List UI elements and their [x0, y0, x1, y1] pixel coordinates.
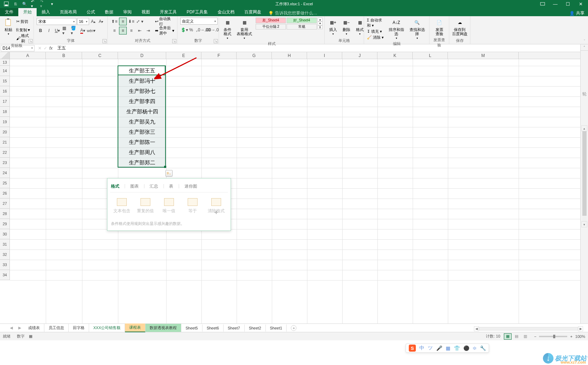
- invoice-button[interactable]: 📄发票 查验: [432, 18, 446, 37]
- ime-btn-3[interactable]: ▦: [446, 345, 450, 351]
- merge-button[interactable]: ⬌ 合并后居中 ▾: [155, 27, 174, 34]
- hscroll-left-icon[interactable]: ◀: [474, 326, 479, 331]
- style-gal-down[interactable]: ▾: [318, 21, 323, 25]
- wrap-text-button[interactable]: ↩ 自动换行: [155, 18, 174, 25]
- style-gal-more[interactable]: ⊻: [318, 25, 323, 29]
- paste-button[interactable]: 粘贴 ▾: [3, 18, 14, 36]
- sheet-tab-5[interactable]: 数据透视表教程: [145, 324, 181, 332]
- cut-button[interactable]: ✂ 剪切: [16, 18, 31, 25]
- ime-btn-5[interactable]: ⚫: [463, 345, 469, 351]
- ime-btn-2[interactable]: 🎤: [436, 345, 442, 351]
- ime-btn-7[interactable]: 🔧: [480, 345, 486, 351]
- col-header-G[interactable]: G: [237, 52, 272, 59]
- cell-D18[interactable]: 生产部杨十四: [118, 107, 166, 117]
- font-family-combo[interactable]: 宋体▾: [37, 18, 76, 25]
- ime-logo-icon[interactable]: S: [409, 345, 416, 352]
- cancel-edit-icon[interactable]: ✕: [38, 46, 42, 51]
- clear-button[interactable]: 🧹 清除 ▾: [367, 35, 385, 40]
- font-launcher-icon[interactable]: ↘: [102, 39, 107, 43]
- font-size-combo[interactable]: 16▾: [77, 18, 89, 25]
- hscroll-track[interactable]: [479, 327, 578, 331]
- increase-font-icon[interactable]: A▴: [90, 18, 97, 25]
- col-header-L[interactable]: L: [413, 52, 448, 59]
- vscroll-down-icon[interactable]: ▾: [581, 221, 587, 227]
- tab-home[interactable]: 开始: [18, 8, 37, 16]
- smart-tag-button[interactable]: ⎘▾: [165, 170, 173, 176]
- decrease-font-icon[interactable]: A▾: [98, 18, 105, 25]
- zoom-out-icon[interactable]: −: [533, 334, 538, 339]
- align-top-icon[interactable]: ⬆≡: [111, 18, 118, 25]
- row-header-23[interactable]: 23: [0, 158, 10, 168]
- outdent-icon[interactable]: ⇤: [136, 27, 144, 34]
- ime-btn-6[interactable]: ፨: [473, 345, 476, 351]
- confirm-edit-icon[interactable]: ✓: [44, 46, 47, 51]
- row-header-18[interactable]: 18: [0, 107, 10, 117]
- row-header-26[interactable]: 26: [0, 188, 10, 199]
- siderail-char1[interactable]: 轮: [581, 89, 588, 99]
- col-header-I[interactable]: I: [307, 52, 342, 59]
- find-select-button[interactable]: 🔍查找和选择▾: [408, 18, 426, 40]
- align-right-icon[interactable]: ≡: [127, 27, 135, 34]
- vscroll-track[interactable]: [582, 131, 587, 221]
- tab-review[interactable]: 审阅: [118, 8, 137, 16]
- cell-D20[interactable]: 生产部张三: [118, 127, 166, 137]
- tab-baidu[interactable]: 百度网盘: [239, 8, 266, 16]
- row-header-15[interactable]: 15: [0, 76, 10, 86]
- align-middle-icon[interactable]: ≡: [119, 18, 127, 25]
- col-header-H[interactable]: H: [272, 52, 307, 59]
- style-bad[interactable]: 差_Sheet4: [256, 18, 286, 23]
- insert-cells-button[interactable]: ▦+插入▾: [327, 18, 339, 36]
- zoom-thumb[interactable]: [553, 335, 555, 338]
- cell-styles-gallery[interactable]: 差_Sheet4 好_Sheet4 千位分隔 2 常规: [256, 18, 317, 30]
- row-header-21[interactable]: 21: [0, 137, 10, 147]
- cell-D17[interactable]: 生产部李四: [118, 96, 166, 107]
- bold-icon[interactable]: B: [37, 27, 44, 34]
- minimize-icon[interactable]: —: [549, 0, 561, 7]
- clipboard-launcher-icon[interactable]: ↘: [29, 39, 33, 43]
- style-thousep[interactable]: 千位分隔 2: [256, 24, 286, 30]
- cond-format-button[interactable]: ▦条件格式▾: [222, 18, 233, 40]
- qat-customize-icon[interactable]: ▾: [49, 1, 55, 7]
- vscroll-up-icon[interactable]: ▴: [581, 125, 587, 131]
- row-header-25[interactable]: 25: [0, 178, 10, 188]
- siderail-collapse-icon[interactable]: ˄: [581, 44, 588, 51]
- qa-tab-chart[interactable]: 图表: [130, 183, 139, 189]
- ime-floating-bar[interactable]: S 中 ツ 🎤 ▦ 👕 ⚫ ፨ 🔧: [406, 344, 489, 353]
- row-header-17[interactable]: 17: [0, 96, 10, 107]
- table-format-button[interactable]: ▦套用 表格格式▾: [235, 18, 254, 40]
- col-header-M[interactable]: M: [448, 52, 519, 59]
- spreadsheet-grid[interactable]: ABCDEFGHIJKLM 13141516171819202122232425…: [0, 52, 588, 323]
- qa-opt-textcontains[interactable]: 文本包含: [112, 198, 132, 214]
- italic-icon[interactable]: I: [45, 27, 53, 34]
- dec-decimal-icon[interactable]: .00→.0: [208, 26, 216, 34]
- tell-me[interactable]: 💡 告诉我您想要做什么…: [268, 10, 317, 16]
- align-launcher-icon[interactable]: ↘: [172, 39, 176, 43]
- col-header-J[interactable]: J: [342, 52, 377, 59]
- tab-data[interactable]: 数据: [100, 8, 118, 16]
- share-button[interactable]: 👤 共享: [569, 10, 584, 16]
- row-header-33[interactable]: 33: [0, 260, 10, 270]
- sheet-tab-2[interactable]: 田字格: [69, 324, 89, 332]
- fx-icon[interactable]: fx: [49, 46, 52, 51]
- view-pagebreak-icon[interactable]: ▥: [521, 333, 529, 340]
- col-header-F[interactable]: F: [201, 52, 237, 59]
- number-launcher-icon[interactable]: ↘: [214, 39, 218, 43]
- tab-view[interactable]: 视图: [137, 8, 155, 16]
- row-header-31[interactable]: 31: [0, 239, 10, 250]
- status-record-icon[interactable]: ▦: [29, 334, 32, 339]
- qat-icon-2[interactable]: ⎘: [13, 1, 18, 7]
- sort-filter-button[interactable]: A↓Z排序和筛选▾: [387, 18, 406, 40]
- ime-btn-4[interactable]: 👕: [454, 345, 460, 351]
- border-icon[interactable]: ▦ ▾: [62, 27, 70, 34]
- maximize-icon[interactable]: ☐: [562, 0, 574, 7]
- col-header-B[interactable]: B: [46, 52, 82, 59]
- save-icon[interactable]: [4, 1, 9, 7]
- phonetic-icon[interactable]: wén ▾: [87, 27, 95, 34]
- qa-tab-spark[interactable]: 迷你图: [184, 183, 197, 189]
- col-header-A[interactable]: A: [10, 52, 46, 59]
- indent-icon[interactable]: ⇥: [144, 27, 152, 34]
- sheet-tab-9[interactable]: Sheet2: [245, 325, 266, 332]
- sheet-tab-10[interactable]: Sheet1: [266, 325, 287, 332]
- sheet-tab-3[interactable]: XXX公司销售额: [89, 324, 125, 332]
- align-bottom-icon[interactable]: ⬇≡: [127, 18, 135, 25]
